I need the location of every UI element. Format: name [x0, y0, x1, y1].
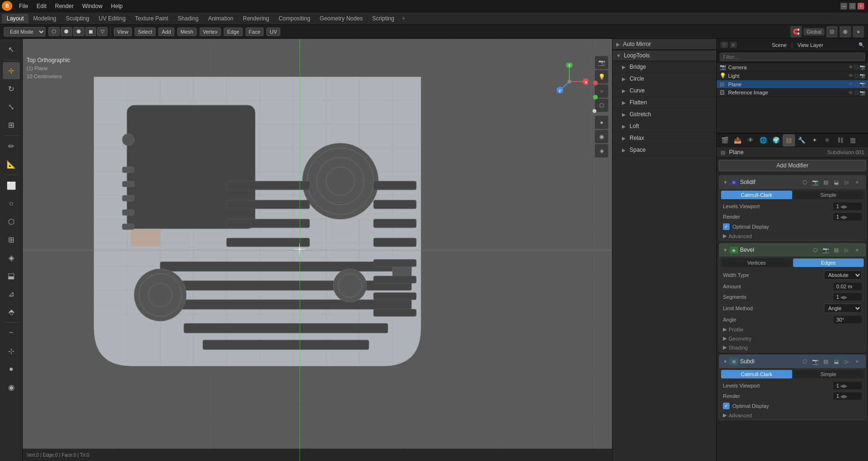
subdi2-levels-value[interactable]: 1 ◀▶	[833, 382, 862, 389]
view-camera-toggle[interactable]: 📷	[595, 56, 608, 69]
subdi2-close[interactable]: ×	[852, 357, 862, 366]
solidif-advanced-toggle[interactable]: ▶ Advanced	[719, 231, 866, 240]
bevel-profile-toggle[interactable]: ▶ Profile	[719, 325, 866, 334]
gizmo[interactable]: Y X Z	[550, 63, 588, 102]
menu-file[interactable]: File	[15, 2, 32, 10]
prop-icon-modifier[interactable]: 🔧	[795, 134, 808, 147]
prop-icon-view[interactable]: 👁	[744, 134, 757, 147]
subdi2-simple-tab[interactable]: Simple	[793, 370, 864, 378]
loop-tools-header[interactable]: ▼ LoopTools	[612, 50, 716, 61]
bevel-amount-value[interactable]: 0.02 m	[833, 283, 862, 290]
bevel-close[interactable]: ×	[852, 245, 862, 255]
header-select[interactable]: Select	[135, 28, 156, 36]
outliner-light[interactable]: 💡 Light 👁 ⬡ 📷	[717, 72, 868, 80]
prop-icon-physics[interactable]: ⚛	[821, 134, 833, 147]
lt-bridge[interactable]: ▶ Bridge	[612, 61, 716, 73]
auto-mirror-header[interactable]: ▶ Auto Mirror	[612, 39, 716, 50]
bevel-realtime-toggle[interactable]: ⬡	[811, 245, 820, 255]
prop-icon-render[interactable]: 🎬	[719, 134, 731, 147]
lt-gstretch[interactable]: ▶ Gstretch	[612, 109, 716, 120]
tool-measure[interactable]: 📐	[3, 156, 20, 173]
prop-icon-data[interactable]: ▥	[847, 134, 859, 147]
refimg-visibility[interactable]: 👁	[849, 90, 853, 95]
subdi2-render-value[interactable]: 1 ◀▶	[833, 392, 862, 400]
tool-transform[interactable]	[3, 116, 20, 133]
window-minimize[interactable]: —	[841, 3, 847, 9]
snap-label[interactable]: Global	[804, 28, 824, 36]
lt-loft[interactable]: ▶ Loft	[612, 120, 716, 132]
bevel-vertices-tab[interactable]: Vertices	[721, 258, 792, 267]
view-material-mode[interactable]: ◉	[595, 130, 608, 143]
tab-animation[interactable]: Animation	[203, 14, 238, 23]
tool-add-cylinder[interactable]: ⬡	[3, 213, 20, 230]
prop-icon-constraint[interactable]: ⛓	[834, 134, 846, 147]
outliner-settings-icon[interactable]: ≡	[730, 42, 737, 48]
bevel-segments-value[interactable]: 1 ◀▶	[833, 293, 862, 301]
tool-loop-cut[interactable]: ⬓	[3, 267, 20, 284]
light-visibility[interactable]: 👁	[849, 73, 853, 78]
tool-inset[interactable]: ⊞	[3, 231, 20, 248]
refimg-select[interactable]: ⬡	[854, 90, 859, 95]
tab-rendering[interactable]: Rendering	[238, 14, 274, 23]
solidif-cage-toggle[interactable]: ⬓	[831, 177, 841, 187]
tool-add-cube[interactable]: ⬜	[3, 177, 20, 194]
outliner-filter-icon[interactable]: ▽	[721, 42, 728, 48]
subdi2-expand-arrow[interactable]: ▼	[723, 359, 728, 364]
subdi2-catmull-tab[interactable]: Catmull-Clark	[721, 370, 792, 378]
bevel-angle-value[interactable]: 30°	[833, 316, 862, 323]
tool-push-pull[interactable]: ●	[3, 360, 20, 378]
pivot-icon[interactable]: ⊕	[840, 26, 851, 37]
subdi2-cage-toggle[interactable]: ⬓	[831, 357, 841, 366]
lt-curve[interactable]: ▶ Curve	[612, 85, 716, 97]
solidif-render-toggle[interactable]: 📷	[811, 177, 820, 187]
view-render-mode[interactable]: ◈	[595, 144, 608, 157]
tab-scripting[interactable]: Scripting	[367, 14, 399, 23]
lt-relax[interactable]: ▶ Relax	[612, 132, 716, 144]
tab-geometry-nodes[interactable]: Geometry Nodes	[315, 14, 367, 23]
plane-visibility[interactable]: 👁	[849, 82, 853, 87]
solidif-realtime-toggle[interactable]: ⬡	[800, 177, 810, 187]
prop-icon-world[interactable]: 🌍	[770, 134, 782, 147]
outliner-camera[interactable]: 📷 Camera 👁 ⬡ 📷	[717, 63, 868, 72]
header-uv[interactable]: UV	[266, 28, 280, 36]
bevel-geometry-toggle[interactable]: ▶ Geometry	[719, 334, 866, 343]
subdi2-optimal-checkbox[interactable]: ✓	[723, 403, 730, 409]
header-vertex[interactable]: Vertex	[200, 28, 221, 36]
plane-select[interactable]: ⬡	[854, 82, 859, 87]
tool-scale[interactable]	[3, 98, 20, 115]
header-icon-5[interactable]: ▽	[97, 27, 108, 36]
camera-select[interactable]: ⬡	[854, 65, 859, 70]
solidif-levels-value[interactable]: 1 ◀▶	[833, 203, 862, 210]
menu-edit[interactable]: Edit	[33, 2, 50, 10]
prop-icon-object[interactable]: ▤	[783, 134, 795, 147]
header-add[interactable]: Add	[158, 28, 174, 36]
solidif-simple-tab[interactable]: Simple	[793, 191, 864, 199]
header-icon-4[interactable]: ◼	[85, 27, 96, 36]
bevel-width-type-select[interactable]: Absolute	[824, 270, 862, 280]
bevel-expand-arrow[interactable]: ▼	[723, 248, 728, 253]
header-view[interactable]: View	[114, 28, 132, 36]
tool-rotate[interactable]	[3, 80, 20, 97]
transform-icon[interactable]: ⋄	[853, 26, 864, 37]
solidif-expand-arrow[interactable]: ▼	[723, 180, 728, 185]
plane-render[interactable]: 📷	[859, 82, 865, 87]
view-xray-toggle[interactable]: ⬡	[595, 99, 608, 112]
header-edge[interactable]: Edge	[224, 28, 243, 36]
tab-shading[interactable]: Shading	[173, 14, 203, 23]
outliner-search-icon[interactable]: 🔍	[859, 42, 864, 47]
tab-sculpting[interactable]: Sculpting	[61, 14, 94, 23]
tab-modeling[interactable]: Modeling	[28, 14, 61, 23]
subdi2-realtime-toggle[interactable]: ⬡	[800, 357, 810, 366]
light-select[interactable]: ⬡	[854, 73, 859, 78]
tab-uv-editing[interactable]: UV Editing	[94, 14, 130, 23]
tool-move[interactable]	[3, 62, 20, 79]
outliner-search-input[interactable]	[720, 53, 865, 61]
camera-render[interactable]: 📷	[859, 65, 865, 70]
header-icon-2[interactable]: ⬢	[61, 27, 72, 36]
tab-layout[interactable]: Layout	[2, 14, 28, 23]
refimg-render[interactable]: 📷	[859, 90, 865, 95]
window-maximize[interactable]: □	[849, 3, 856, 9]
menu-window[interactable]: Window	[78, 2, 106, 10]
tab-compositing[interactable]: Compositing	[274, 14, 315, 23]
bevel-shading-toggle[interactable]: ▶ Shading	[719, 343, 866, 352]
